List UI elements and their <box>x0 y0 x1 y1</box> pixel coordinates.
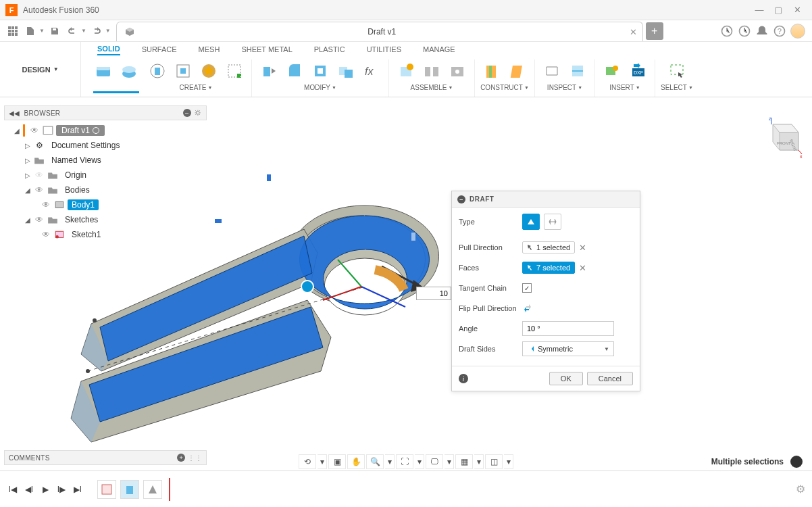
flip-direction-button[interactable] <box>522 303 533 314</box>
ribbon-tab-manage[interactable]: MANAGE <box>423 44 455 55</box>
type-parting-line-button[interactable] <box>544 214 561 230</box>
measure-button[interactable] <box>540 59 563 82</box>
ribbon-tab-plastic[interactable]: PLASTIC <box>314 44 345 55</box>
timeline-marker[interactable] <box>169 478 170 501</box>
ribbon-tab-mesh[interactable]: MESH <box>199 44 220 55</box>
activate-radio-icon[interactable] <box>93 127 99 134</box>
expand-icon[interactable]: ▷ <box>24 157 31 164</box>
chevron-down-icon[interactable]: ▾ <box>385 454 395 469</box>
expand-icon[interactable]: ▷ <box>24 172 31 179</box>
maximize-button[interactable]: ▢ <box>769 3 788 18</box>
timeline-play-button[interactable]: ▶ <box>39 483 51 496</box>
timeline-draft-feature[interactable] <box>143 480 162 499</box>
status-orb-icon[interactable] <box>790 456 803 468</box>
file-menu-button[interactable] <box>23 24 38 39</box>
timeline-start-button[interactable]: I◀ <box>7 483 19 496</box>
gear-icon[interactable]: ⛭ <box>194 108 202 118</box>
offset-plane-button[interactable] <box>480 59 503 82</box>
ribbon-tab-utilities[interactable]: UTILITIES <box>367 44 401 55</box>
faces-selector[interactable]: 7 selected <box>522 262 575 274</box>
extensions-icon[interactable] <box>720 24 734 38</box>
press-pull-button[interactable] <box>257 59 280 82</box>
expand-icon[interactable]: ◢ <box>24 216 31 224</box>
zoom-button[interactable]: 🔍 <box>366 454 384 469</box>
browser-header[interactable]: ◀◀ BROWSER – ⛭ <box>4 105 207 120</box>
close-window-button[interactable]: ✕ <box>788 3 807 18</box>
chevron-down-icon[interactable]: ▾ <box>474 454 484 469</box>
minimize-panel-icon[interactable]: – <box>183 109 191 117</box>
as-built-joint-button[interactable] <box>446 59 469 82</box>
clear-selection-icon[interactable]: ✕ <box>579 243 586 253</box>
chevron-down-icon[interactable]: ▾ <box>415 454 424 469</box>
user-avatar[interactable] <box>790 24 805 39</box>
insert-dxf-button[interactable]: DXF <box>626 59 649 82</box>
tree-named-views[interactable]: ▷ Named Views <box>23 153 207 168</box>
expand-icon[interactable]: ◢ <box>24 187 31 194</box>
pan-button[interactable]: ✋ <box>347 454 365 469</box>
ribbon-tab-sheetmetal[interactable]: SHEET METAL <box>241 44 292 55</box>
collapse-icon[interactable]: ◀◀ <box>9 110 20 117</box>
new-tab-button[interactable]: + <box>646 22 663 40</box>
axis-button[interactable] <box>506 59 529 82</box>
visibility-off-icon[interactable]: 👁 <box>34 170 45 180</box>
ribbon-tab-solid[interactable]: SOLID <box>97 43 120 55</box>
timeline-step-forward-button[interactable]: I▶ <box>55 483 68 496</box>
angle-input[interactable] <box>522 321 614 336</box>
draft-sides-dropdown[interactable]: Symmetric ▼ <box>522 341 614 356</box>
tree-sketch1[interactable]: 👁 Sketch1 <box>39 227 207 242</box>
chevron-down-icon[interactable]: ▾ <box>445 454 454 469</box>
panel-resize-icon[interactable]: ⋮⋮ <box>188 454 202 462</box>
document-tab[interactable]: Draft v1 ✕ <box>116 22 643 41</box>
tangent-chain-checkbox[interactable]: ✓ <box>522 283 532 293</box>
type-fixed-plane-button[interactable] <box>522 214 540 230</box>
visibility-icon[interactable]: 👁 <box>29 126 40 135</box>
comments-header[interactable]: COMMENTS + ⋮⋮ <box>4 450 207 465</box>
help-icon[interactable]: ? <box>773 24 786 38</box>
save-button[interactable] <box>47 24 62 39</box>
clear-selection-icon[interactable]: ✕ <box>579 263 586 273</box>
redo-button[interactable] <box>89 24 104 39</box>
visibility-icon[interactable]: 👁 <box>34 215 45 224</box>
collapse-dialog-icon[interactable]: – <box>457 195 465 203</box>
select-button[interactable] <box>665 59 688 82</box>
close-tab-button[interactable]: ✕ <box>630 27 637 37</box>
shell-button[interactable] <box>309 59 332 82</box>
combine-button[interactable] <box>334 59 357 82</box>
ribbon-tab-surface[interactable]: SURFACE <box>142 44 177 55</box>
emboss-button[interactable] <box>197 59 220 82</box>
timeline-step-back-button[interactable]: ◀I <box>23 483 35 496</box>
draft-dialog-header[interactable]: – DRAFT <box>452 191 640 208</box>
add-comment-icon[interactable]: + <box>177 454 185 462</box>
interference-button[interactable] <box>566 59 589 82</box>
visibility-icon[interactable]: 👁 <box>34 185 45 195</box>
tree-origin[interactable]: ▷ 👁 Origin <box>23 168 207 183</box>
visibility-icon[interactable]: 👁 <box>41 200 51 210</box>
timeline-sketch-feature[interactable] <box>97 480 116 499</box>
tree-root[interactable]: ◢ 👁 Draft v1 <box>12 123 207 138</box>
jobs-icon[interactable] <box>738 24 751 38</box>
chevron-down-icon[interactable]: ▾ <box>504 454 513 469</box>
fillet-button[interactable] <box>283 59 306 82</box>
grid-snap-button[interactable]: ▦ <box>455 454 473 469</box>
new-component-button[interactable] <box>395 59 417 82</box>
extrude-button[interactable] <box>146 59 169 82</box>
visibility-icon[interactable]: 👁 <box>41 230 51 239</box>
insert-derive-button[interactable] <box>601 59 624 82</box>
workspace-switcher[interactable]: DESIGN ▼ <box>0 42 81 97</box>
fit-button[interactable]: ⛶ <box>396 454 413 469</box>
tree-bodies[interactable]: ◢ 👁 Bodies <box>23 183 207 197</box>
revolve-button[interactable] <box>172 59 195 82</box>
display-settings-button[interactable]: 🖵 <box>426 454 443 469</box>
angle-canvas-input[interactable] <box>416 287 451 300</box>
cancel-button[interactable]: Cancel <box>587 372 633 385</box>
timeline-settings-icon[interactable]: ⚙ <box>796 483 805 496</box>
minimize-button[interactable]: — <box>750 3 769 18</box>
ok-button[interactable]: OK <box>549 372 583 385</box>
parameters-button[interactable]: fx <box>360 59 383 82</box>
undo-button[interactable] <box>65 24 80 39</box>
timeline-end-button[interactable]: ▶I <box>72 483 84 496</box>
timeline-extrude-feature[interactable] <box>120 480 139 499</box>
tree-sketches[interactable]: ◢ 👁 Sketches <box>23 212 207 227</box>
expand-icon[interactable]: ◢ <box>14 127 20 135</box>
info-icon[interactable]: i <box>459 374 468 383</box>
